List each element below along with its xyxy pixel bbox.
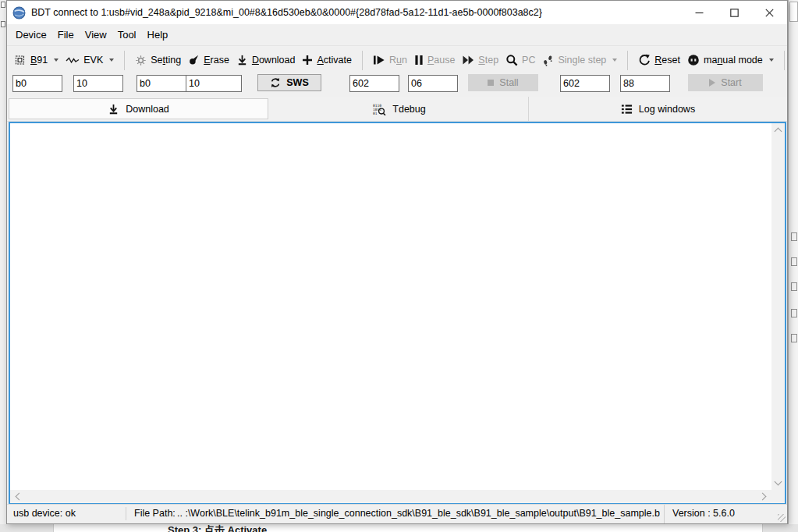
plus-icon (302, 55, 313, 66)
step-label: Step (478, 55, 498, 66)
chevron-down-icon (54, 59, 59, 62)
toolbar-separator (362, 51, 363, 70)
single-step-label: Single step (558, 55, 606, 66)
waveform-icon (66, 55, 80, 66)
pc-label: PC (522, 55, 535, 66)
menu-file[interactable]: File (52, 26, 80, 44)
list-icon (621, 104, 633, 115)
usb-status: usb device: ok (13, 508, 76, 519)
manual-mode-label: manual mode (704, 55, 763, 66)
menu-bar: Device File View Tool Help (7, 24, 787, 45)
background-icon (1, 21, 5, 27)
background-text-fragment (791, 257, 797, 266)
background-text-fragment (791, 309, 797, 317)
pause-button[interactable]: Pause (414, 55, 455, 66)
background-text-fragment (791, 334, 797, 342)
scroll-down-icon[interactable] (775, 478, 782, 486)
background-window-right-edge (788, 0, 798, 532)
setting-label: Setting (151, 55, 181, 66)
reset-icon (638, 54, 651, 66)
resize-grip-icon[interactable] (778, 514, 786, 522)
play-icon (709, 79, 715, 87)
title-bar[interactable]: BDT connect to 1:usb#vid_248a&pid_9218&m… (7, 1, 787, 24)
tab-tdebug[interactable]: 0110101101 Tdebug (270, 97, 529, 121)
mode-globe-icon (687, 54, 700, 66)
bdt-window: BDT connect to 1:usb#vid_248a&pid_9218&m… (6, 0, 788, 524)
eraser-pen-icon (188, 54, 200, 66)
scroll-up-icon[interactable] (775, 128, 782, 136)
stall-button[interactable]: Stall (468, 74, 538, 91)
minimize-button[interactable] (682, 1, 717, 24)
minimize-icon (695, 9, 704, 17)
manual-mode-button[interactable]: manual mode (687, 54, 774, 66)
footsteps-icon (542, 55, 554, 66)
single-step-button[interactable]: Single step (542, 55, 617, 66)
erase-label: Erase (204, 55, 229, 66)
chip-icon (13, 54, 27, 66)
background-icon (1, 2, 5, 8)
flash-addr-input[interactable] (12, 75, 62, 92)
background-window-bottom-edge: Step 3: 点击 Activate。 (0, 524, 798, 532)
log-output-area[interactable] (9, 122, 786, 505)
toolbar-separator (124, 51, 125, 70)
tab-download-label: Download (126, 104, 169, 115)
file-path-value: .. :\Work\BLE\telink_b91m_ble_single_con… (177, 508, 661, 519)
stall-label: Stall (499, 77, 518, 88)
reg1-value-input[interactable] (408, 75, 458, 92)
reset-button[interactable]: Reset (638, 54, 680, 66)
run-button[interactable]: Run (373, 55, 407, 66)
maximize-button[interactable] (717, 1, 752, 24)
scroll-right-icon[interactable] (759, 493, 767, 501)
setting-button[interactable]: Setting (135, 55, 181, 66)
tab-download[interactable]: Download (9, 98, 268, 119)
chevron-down-icon (109, 59, 114, 62)
vertical-scrollbar[interactable] (771, 123, 785, 490)
download-icon (108, 103, 119, 115)
chevron-down-icon (612, 59, 617, 62)
register-row: SWS Stall Start (7, 73, 787, 97)
chip-select-button[interactable]: B91 (13, 54, 59, 66)
menu-help[interactable]: Help (142, 26, 174, 44)
step-button[interactable]: Step (462, 55, 498, 66)
background-text-fragment (791, 232, 797, 241)
tab-log-windows[interactable]: Log windows (529, 97, 787, 121)
status-bar: usb device: ok File Path: .. :\Work\BLE\… (7, 504, 787, 523)
reg2-value-input[interactable] (620, 75, 670, 92)
view-tabs: Download 0110101101 Tdebug Log windows (7, 97, 787, 122)
pc-button[interactable]: PC (505, 54, 535, 66)
reg1-addr-input[interactable] (349, 75, 399, 92)
menu-tool[interactable]: Tool (112, 26, 142, 44)
background-tutorial-text: Step 3: 点击 Activate。 (168, 524, 277, 532)
scroll-left-icon[interactable] (16, 493, 23, 501)
step-forward-icon (462, 55, 474, 66)
ram-len-input[interactable] (186, 75, 242, 92)
statusbar-separator (126, 507, 126, 520)
download-button[interactable]: Download (236, 54, 296, 66)
reset-label: Reset (654, 55, 680, 66)
ram-addr-input[interactable] (137, 75, 186, 92)
horizontal-scrollbar[interactable] (10, 490, 771, 503)
flash-len-input[interactable] (73, 75, 123, 92)
window-controls (682, 1, 787, 24)
magnifier-icon (505, 54, 518, 66)
activate-button[interactable]: Activate (302, 55, 351, 66)
background-panel (0, 524, 54, 532)
chevron-down-icon (769, 59, 774, 62)
tab-tdebug-label: Tdebug (392, 104, 425, 115)
run-label: Run (389, 55, 407, 66)
reg2-addr-input[interactable] (560, 75, 610, 92)
app-icon (12, 6, 26, 20)
start-button[interactable]: Start (688, 74, 763, 91)
stop-square-icon (488, 80, 494, 86)
menu-view[interactable]: View (80, 26, 112, 44)
scrollbar-corner (771, 490, 785, 503)
close-button[interactable] (752, 1, 787, 24)
file-path-label: File Path: (134, 508, 176, 519)
download-icon (236, 54, 248, 66)
maximize-icon (730, 9, 739, 17)
menu-device[interactable]: Device (10, 26, 52, 44)
erase-button[interactable]: Erase (188, 54, 229, 66)
board-select-button[interactable]: EVK (66, 55, 114, 66)
sws-button[interactable]: SWS (257, 74, 321, 91)
background-text-fragment (791, 282, 797, 291)
